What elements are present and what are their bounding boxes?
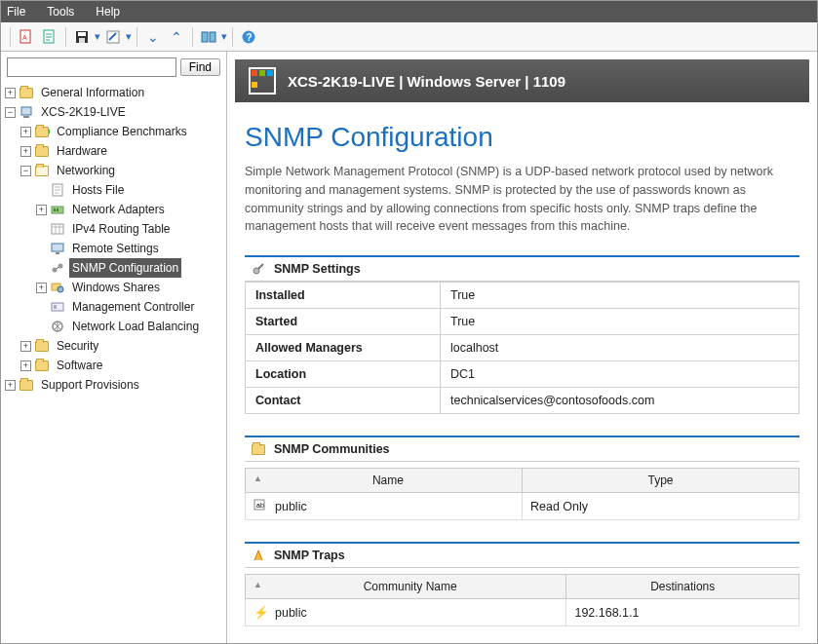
table-row: InstalledTrue	[246, 283, 799, 309]
compare-icon[interactable]	[198, 26, 219, 48]
col-name[interactable]: ▲Name	[246, 469, 523, 493]
tree-general-info[interactable]: +General Information	[5, 83, 222, 102]
menu-help[interactable]: Help	[96, 5, 120, 19]
nav-tree: +General Information −XCS-2K19-LIVE + Co…	[1, 81, 226, 643]
search-input[interactable]	[7, 57, 176, 77]
svg-rect-8	[210, 32, 215, 42]
traps-grid: ▲Community Name Destinations ⚡public 192…	[245, 574, 799, 626]
settings-icon	[251, 262, 266, 276]
svg-rect-17	[57, 208, 58, 211]
sort-asc-icon: ▲	[253, 580, 262, 589]
toolbar-sep	[10, 27, 11, 47]
trap-icon	[251, 549, 266, 562]
table-row: Contacttechnicalservices@contosofoods.co…	[246, 388, 799, 414]
export-doc-icon[interactable]	[39, 26, 60, 48]
tree-networking[interactable]: −Networking	[5, 161, 222, 180]
section-title: SNMP Traps	[274, 549, 345, 562]
tree-security[interactable]: +Security	[5, 336, 222, 356]
sort-asc-icon: ▲	[253, 474, 262, 483]
page-header-title: XCS-2K19-LIVE | Windows Server | 1109	[288, 73, 565, 90]
toolbar: A ▾ ▾ ⌄ ⌃ ▾ ?	[1, 22, 817, 52]
table-row: LocationDC1	[246, 361, 799, 388]
tree-windows-shares[interactable]: +Windows Shares	[5, 278, 222, 297]
svg-text:?: ?	[247, 32, 253, 43]
tree-remote-settings[interactable]: Remote Settings	[5, 239, 222, 258]
section-snmp-communities: SNMP Communities	[245, 436, 799, 462]
left-panel: Find +General Information −XCS-2K19-LIVE…	[1, 52, 227, 643]
tree-snmp-config[interactable]: SNMP Configuration	[5, 258, 222, 278]
section-snmp-traps: SNMP Traps	[245, 542, 799, 568]
save-icon[interactable]	[71, 26, 93, 48]
svg-rect-5	[79, 38, 85, 43]
tree-hardware[interactable]: +Hardware	[5, 141, 222, 161]
export-pdf-icon[interactable]: A	[16, 26, 37, 48]
section-title: SNMP Settings	[274, 262, 361, 276]
col-type[interactable]: Type	[523, 469, 799, 493]
page-title: SNMP Configuration	[245, 122, 799, 153]
table-row: StartedTrue	[246, 309, 799, 335]
tree-software[interactable]: +Software	[5, 356, 222, 375]
community-icon: ab	[253, 499, 269, 511]
edit-dropdown-icon[interactable]: ▾	[126, 30, 132, 43]
tree-host[interactable]: −XCS-2K19-LIVE	[5, 102, 222, 122]
collapse-icon[interactable]: ⌃	[166, 26, 187, 48]
find-button[interactable]: Find	[180, 58, 220, 76]
svg-point-24	[58, 286, 63, 292]
svg-rect-4	[78, 32, 86, 36]
table-row[interactable]: ⚡public 192.168.1.1	[246, 599, 799, 626]
search-row: Find	[1, 52, 226, 81]
page-header: XCS-2K19-LIVE | Windows Server | 1109	[235, 59, 809, 102]
expand-icon[interactable]: ⌄	[142, 26, 164, 48]
tree-hosts-file[interactable]: Hosts File	[5, 180, 222, 200]
toolbar-sep	[192, 27, 193, 47]
tree-ipv4-routing[interactable]: IPv4 Routing Table	[5, 219, 222, 239]
svg-rect-18	[52, 224, 63, 234]
server-icon	[249, 67, 276, 95]
svg-rect-12	[23, 116, 29, 118]
col-destinations[interactable]: Destinations	[566, 575, 799, 599]
help-icon[interactable]: ?	[238, 26, 259, 48]
svg-text:A: A	[22, 34, 27, 41]
toolbar-sep	[232, 27, 233, 47]
folder-icon	[251, 442, 266, 456]
page-description: Simple Network Management Protocol (SNMP…	[245, 163, 799, 236]
col-community-name[interactable]: ▲Community Name	[246, 575, 566, 599]
svg-rect-25	[52, 303, 63, 311]
svg-point-22	[58, 264, 63, 269]
section-snmp-settings: SNMP Settings	[245, 255, 799, 282]
compare-dropdown-icon[interactable]: ▾	[221, 30, 227, 43]
save-dropdown-icon[interactable]: ▾	[95, 30, 100, 43]
svg-point-21	[53, 268, 58, 273]
tree-net-adapters[interactable]: +Network Adapters	[5, 200, 222, 219]
svg-text:ab: ab	[256, 502, 264, 509]
snmp-settings-table: InstalledTrue StartedTrue Allowed Manage…	[245, 282, 799, 414]
menu-file[interactable]: File	[7, 5, 25, 19]
svg-rect-7	[202, 32, 208, 42]
menu-tools[interactable]: Tools	[47, 5, 74, 19]
toolbar-sep	[136, 27, 137, 47]
toolbar-sep	[65, 27, 66, 47]
svg-rect-19	[52, 244, 63, 251]
bolt-icon: ⚡	[253, 605, 269, 620]
communities-grid: ▲Name Type abpublic Read Only	[245, 468, 799, 520]
tree-compliance[interactable]: + Compliance Benchmarks	[5, 122, 222, 141]
section-title: SNMP Communities	[274, 442, 390, 456]
table-row: Allowed Managerslocalhost	[246, 335, 799, 361]
svg-rect-26	[54, 305, 57, 309]
tree-nlb[interactable]: Network Load Balancing	[5, 317, 222, 336]
table-row[interactable]: abpublic Read Only	[246, 493, 799, 520]
edit-icon[interactable]	[102, 26, 124, 48]
tree-mgmt-controller[interactable]: Management Controller	[5, 297, 222, 317]
svg-rect-16	[54, 208, 56, 211]
svg-rect-11	[21, 107, 31, 115]
svg-rect-20	[56, 252, 59, 254]
content-panel: XCS-2K19-LIVE | Windows Server | 1109 SN…	[227, 52, 817, 643]
menubar: File Tools Help	[1, 1, 817, 22]
tree-support[interactable]: +Support Provisions	[5, 375, 222, 395]
